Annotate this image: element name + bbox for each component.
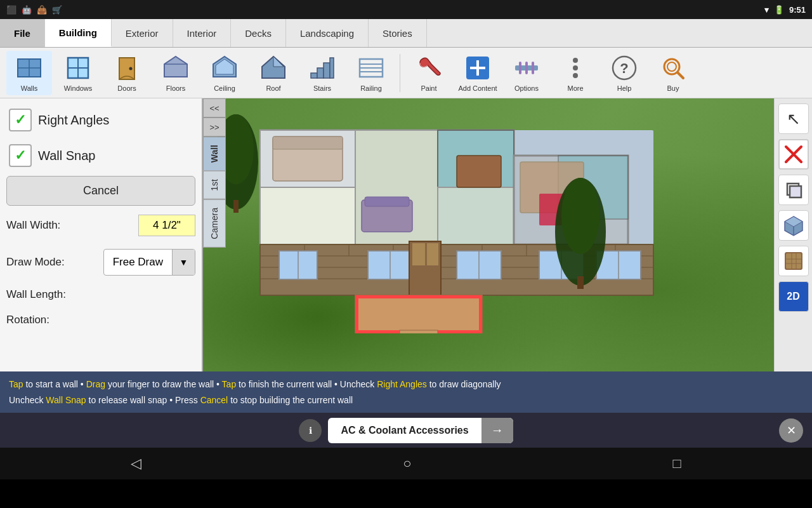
ad-title: AC & Coolant Accessories xyxy=(328,425,481,436)
drag-highlight: Drag xyxy=(86,379,105,389)
stairs-icon xyxy=(308,54,336,82)
wall-width-value[interactable]: 4 1/2" xyxy=(138,215,195,236)
paint-icon xyxy=(415,54,443,82)
svg-point-31 xyxy=(573,73,578,78)
tool-paint[interactable]: Paint xyxy=(406,51,452,95)
svg-rect-71 xyxy=(427,243,438,265)
add-content-icon xyxy=(464,54,492,82)
right-panel: ↖ xyxy=(774,98,812,371)
tool-railing[interactable]: Railing xyxy=(348,51,394,95)
material-button[interactable] xyxy=(778,246,809,276)
svg-marker-13 xyxy=(273,57,284,67)
tool-roof[interactable]: Roof xyxy=(251,51,296,95)
side-tab-1st[interactable]: 1st xyxy=(203,171,226,199)
tool-doors[interactable]: Doors xyxy=(104,51,150,95)
ad-bar: ℹ AC & Coolant Accessories → ✕ xyxy=(0,413,812,448)
tab-decks[interactable]: Decks xyxy=(231,19,286,47)
rotation-label: Rotation: xyxy=(6,314,49,326)
arrow-right-icon: → xyxy=(491,423,504,438)
doors-icon xyxy=(113,54,141,82)
tool-help[interactable]: ? Help xyxy=(601,51,647,95)
right-angles-row[interactable]: ✓ Right Angles xyxy=(6,105,195,135)
tool-windows[interactable]: Windows xyxy=(55,51,101,95)
windows-icon xyxy=(64,54,92,82)
cursor-button[interactable]: ↖ xyxy=(778,104,809,134)
svg-rect-77 xyxy=(400,330,438,333)
tab-file[interactable]: File xyxy=(0,19,45,47)
walls-icon xyxy=(15,54,43,82)
tool-add-content[interactable]: Add Content xyxy=(455,51,501,95)
wall-snap-row[interactable]: ✓ Wall Snap xyxy=(6,140,195,171)
tab-stories[interactable]: Stories xyxy=(369,19,427,47)
wall-width-row: Wall Width: 4 1/2" xyxy=(6,211,195,240)
instruction-line1: Tap to start a wall • Drag your finger t… xyxy=(9,378,803,391)
back-button[interactable]: ◁ xyxy=(131,455,141,472)
svg-rect-14 xyxy=(311,73,317,78)
svg-point-30 xyxy=(573,65,578,70)
recents-button[interactable]: □ xyxy=(673,455,681,472)
wall-snap-checkbox[interactable]: ✓ xyxy=(9,144,32,167)
collapse-down-btn[interactable]: >> xyxy=(203,117,226,137)
ad-arrow-button[interactable]: → xyxy=(481,418,513,443)
tool-more[interactable]: More xyxy=(553,51,598,95)
walls-label: Walls xyxy=(21,84,37,92)
draw-mode-label: Draw Mode: xyxy=(6,256,65,269)
tool-ceiling[interactable]: Ceiling xyxy=(202,51,247,95)
svg-rect-40 xyxy=(260,187,355,244)
copy-button[interactable] xyxy=(778,175,809,205)
toolbar: Walls Windows Doors Floors xyxy=(0,48,812,98)
tool-walls[interactable]: Walls xyxy=(6,51,52,95)
svg-rect-44 xyxy=(438,187,514,244)
battery-icon: 🔋 xyxy=(774,5,784,15)
cancel-button[interactable]: Cancel xyxy=(6,176,195,206)
tool-floors[interactable]: Floors xyxy=(153,51,199,95)
canvas-area[interactable] xyxy=(203,98,774,371)
top-nav: File Building Exterior Interior Decks La… xyxy=(0,19,812,48)
tab-exterior[interactable]: Exterior xyxy=(112,19,173,47)
ceiling-icon xyxy=(211,54,239,82)
svg-rect-84 xyxy=(457,156,501,187)
instruction-bar: Tap to start a wall • Drag your finger t… xyxy=(0,371,812,413)
ad-close-button[interactable]: ✕ xyxy=(779,418,803,443)
tool-buy[interactable]: Buy xyxy=(650,51,696,95)
status-bar: ⬛ 🤖 👜 🛒 ▾ 🔋 9:51 xyxy=(0,0,812,19)
wall-width-label: Wall Width: xyxy=(6,219,60,232)
ad-info-button[interactable]: ℹ xyxy=(299,419,322,442)
home-button[interactable]: ○ xyxy=(403,455,411,472)
options-label: Options xyxy=(514,84,539,92)
side-tab-camera[interactable]: Camera xyxy=(203,199,226,248)
cart-icon: 🛒 xyxy=(52,5,62,15)
2d-button[interactable]: 2D xyxy=(778,281,809,312)
svg-rect-75 xyxy=(355,295,358,333)
tab-landscaping[interactable]: Landscaping xyxy=(286,19,369,47)
delete-button[interactable] xyxy=(778,139,809,170)
close-icon: ✕ xyxy=(787,424,796,438)
help-label: Help xyxy=(617,84,632,92)
tap-highlight-2: Tap xyxy=(222,379,237,389)
draw-mode-arrow[interactable]: ▼ xyxy=(172,250,195,275)
wall-snap-label: Wall Snap xyxy=(38,149,95,163)
tool-stairs[interactable]: Stairs xyxy=(299,51,345,95)
stairs-label: Stairs xyxy=(313,84,331,92)
tab-building[interactable]: Building xyxy=(45,19,112,47)
tool-options[interactable]: Options xyxy=(504,51,549,95)
house-floorplan xyxy=(228,117,710,333)
buy-icon xyxy=(659,54,687,82)
svg-text:?: ? xyxy=(620,60,628,76)
svg-rect-16 xyxy=(324,63,330,78)
side-tab-wall[interactable]: Wall xyxy=(203,137,226,171)
options-icon xyxy=(513,54,540,82)
tab-interior[interactable]: Interior xyxy=(173,19,232,47)
3d-box-button[interactable] xyxy=(778,210,809,241)
right-angles-label: Right Angles xyxy=(38,113,109,128)
draw-mode-dropdown[interactable]: Free Draw ▼ xyxy=(103,249,195,276)
right-angles-checkbox[interactable]: ✓ xyxy=(9,109,32,131)
collapse-up-btn[interactable]: << xyxy=(203,98,226,117)
svg-rect-26 xyxy=(519,62,521,74)
instruction-line2: Uncheck Wall Snap to release wall snap •… xyxy=(9,394,803,407)
status-right-icons: ▾ 🔋 9:51 xyxy=(764,5,806,15)
svg-rect-83 xyxy=(365,197,409,206)
svg-rect-98 xyxy=(790,186,801,197)
roof-icon xyxy=(259,54,287,82)
svg-rect-15 xyxy=(317,68,324,78)
